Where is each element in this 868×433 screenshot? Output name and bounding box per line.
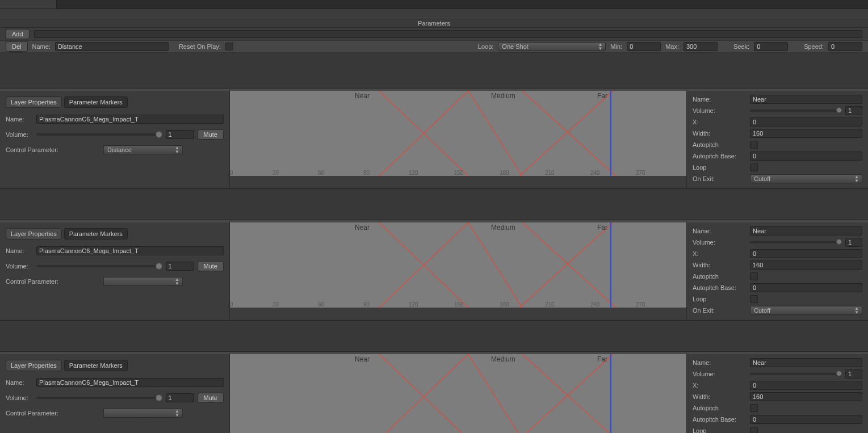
- slider-thumb[interactable]: [836, 239, 842, 245]
- marker-onexit-select[interactable]: Cutoff ▲▼: [750, 306, 862, 315]
- tick: 210: [545, 301, 555, 308]
- marker-autopitch-checkbox[interactable]: [750, 272, 758, 280]
- region-label-near: Near: [355, 224, 370, 232]
- updown-icon: ▲▼: [175, 278, 179, 285]
- control-param-select[interactable]: ▲▼: [103, 409, 183, 418]
- slider-thumb[interactable]: [156, 131, 162, 138]
- reset-on-play-checkbox[interactable]: [225, 43, 233, 51]
- marker-name-input[interactable]: [750, 226, 862, 236]
- marker-volume-value[interactable]: [845, 369, 862, 379]
- slider-thumb[interactable]: [156, 394, 162, 401]
- svg-line-10: [379, 354, 468, 433]
- marker-volume-slider[interactable]: [750, 110, 842, 112]
- top-tab[interactable]: [0, 0, 57, 9]
- tab-parameter-markers[interactable]: Parameter Markers: [64, 360, 128, 371]
- speed-input[interactable]: [828, 42, 862, 51]
- tick: 240: [590, 170, 600, 176]
- svg-line-8: [519, 222, 613, 308]
- marker-x-input[interactable]: [750, 381, 862, 390]
- control-param-select[interactable]: ▲▼: [103, 277, 183, 286]
- del-button[interactable]: Del: [6, 41, 28, 52]
- layer-name-input[interactable]: [36, 378, 224, 387]
- mute-button[interactable]: Mute: [198, 129, 224, 140]
- add-button[interactable]: Add: [6, 29, 30, 39]
- marker-autopitch-base-input[interactable]: [750, 415, 862, 424]
- layer-row: Layer Properties Parameter Markers Name:…: [0, 88, 868, 188]
- svg-line-4: [522, 91, 616, 176]
- layer-volume-value[interactable]: [166, 262, 194, 271]
- parameter-list-strip[interactable]: [34, 30, 862, 38]
- marker-volume-value[interactable]: [845, 106, 862, 115]
- layer-volume-value[interactable]: [166, 130, 194, 139]
- reset-on-play-label: Reset On Play:: [179, 43, 221, 50]
- tab-layer-properties[interactable]: Layer Properties: [6, 228, 62, 239]
- marker-volume-slider[interactable]: [750, 241, 842, 243]
- tab-parameter-markers[interactable]: Parameter Markers: [64, 96, 128, 108]
- loop-select[interactable]: One Shot ▲▼: [498, 42, 606, 51]
- tick: 120: [409, 301, 418, 308]
- control-param-select[interactable]: Distance ▲▼: [103, 145, 183, 154]
- playhead[interactable]: [610, 91, 611, 176]
- layer-volume-label: Volume:: [6, 263, 33, 270]
- parameters-add-row: Add: [0, 28, 868, 40]
- marker-autopitch-checkbox[interactable]: [750, 141, 758, 149]
- marker-loop-checkbox[interactable]: [750, 163, 758, 171]
- marker-name-input[interactable]: [750, 95, 862, 104]
- timeline[interactable]: Near Medium Far 0 30 60 90 120 150 180 2…: [230, 354, 686, 433]
- marker-volume-label: Volume:: [693, 371, 747, 377]
- layer-properties-panel: Layer Properties Parameter Markers Name:…: [0, 352, 230, 433]
- slider-thumb[interactable]: [836, 371, 842, 376]
- slider-thumb[interactable]: [156, 263, 162, 270]
- layer-volume-slider[interactable]: [36, 397, 162, 399]
- seek-label: Seek:: [733, 43, 749, 50]
- marker-loop-label: Loop: [693, 296, 747, 302]
- marker-width-input[interactable]: [750, 129, 862, 138]
- timeline[interactable]: Near Medium Far 0 30 60 90 120 150 180 2…: [230, 222, 686, 308]
- tab-layer-properties[interactable]: Layer Properties: [6, 360, 62, 371]
- marker-volume-slider[interactable]: [750, 373, 842, 375]
- playhead[interactable]: [610, 354, 611, 433]
- layer-volume-slider[interactable]: [36, 265, 162, 267]
- layer-volume-slider[interactable]: [36, 133, 162, 136]
- timeline-panel[interactable]: Near Medium Far 0 30 60 90 120 150 180 2…: [230, 89, 686, 188]
- updown-icon: ▲▼: [175, 146, 179, 154]
- layer-volume-value[interactable]: [166, 393, 194, 402]
- playhead[interactable]: [610, 222, 611, 308]
- min-label: Min:: [610, 43, 622, 50]
- slider-thumb[interactable]: [836, 107, 842, 113]
- svg-line-7: [468, 222, 522, 308]
- marker-name-input[interactable]: [750, 358, 862, 367]
- parameters-detail-row: Del Name: Reset On Play: Loop: One Shot …: [0, 40, 868, 53]
- mute-button[interactable]: Mute: [198, 261, 224, 271]
- marker-volume-value[interactable]: [845, 238, 862, 247]
- layer-name-input[interactable]: [36, 115, 224, 124]
- seek-input[interactable]: [754, 42, 788, 51]
- updown-icon: ▲▼: [854, 175, 858, 183]
- timeline[interactable]: Near Medium Far 0 30 60 90 120 150 180 2…: [230, 91, 686, 176]
- marker-autopitch-base-input[interactable]: [750, 152, 862, 161]
- mute-button[interactable]: Mute: [198, 393, 224, 403]
- timeline-panel[interactable]: Near Medium Far 0 30 60 90 120 150 180 2…: [230, 220, 686, 320]
- layer-name-input[interactable]: [36, 246, 224, 255]
- loop-select-value: One Shot: [502, 43, 528, 50]
- max-input[interactable]: [684, 42, 718, 51]
- marker-loop-checkbox[interactable]: [750, 427, 758, 433]
- param-name-input[interactable]: [55, 42, 169, 51]
- marker-x-input[interactable]: [750, 249, 862, 258]
- marker-width-label: Width:: [693, 262, 747, 268]
- marker-autopitch-checkbox[interactable]: [750, 404, 758, 412]
- tick: 0: [230, 170, 233, 176]
- tab-parameter-markers[interactable]: Parameter Markers: [64, 228, 128, 239]
- tab-layer-properties[interactable]: Layer Properties: [6, 96, 62, 108]
- marker-width-input[interactable]: [750, 260, 862, 270]
- timeline-panel[interactable]: Near Medium Far 0 30 60 90 120 150 180 2…: [230, 352, 686, 433]
- marker-autopitch-base-input[interactable]: [750, 283, 862, 292]
- timeline-ruler: 0 30 60 90 120 150 180 210 240 270: [230, 300, 686, 308]
- min-input[interactable]: [627, 42, 661, 51]
- svg-line-13: [519, 354, 613, 433]
- marker-loop-checkbox[interactable]: [750, 295, 758, 303]
- marker-width-input[interactable]: [750, 392, 862, 401]
- marker-onexit-select[interactable]: Cutoff ▲▼: [750, 174, 862, 183]
- marker-x-input[interactable]: [750, 117, 862, 127]
- param-name-label: Name:: [32, 43, 51, 50]
